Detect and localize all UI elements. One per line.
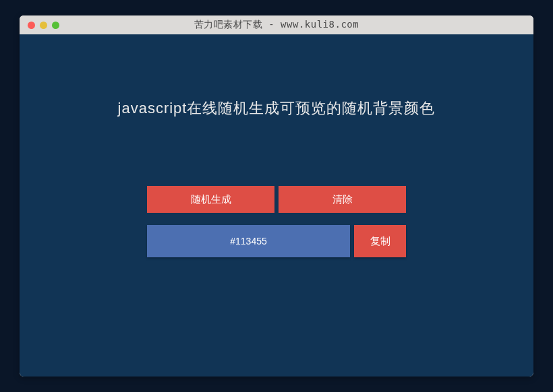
clear-button[interactable]: 清除 — [279, 186, 406, 213]
color-value-input[interactable] — [147, 225, 350, 257]
window-title: 苦力吧素材下载 - www.kuli8.com — [26, 19, 527, 31]
minimize-window-button[interactable] — [40, 22, 47, 29]
generate-button[interactable]: 随机生成 — [147, 186, 274, 213]
traffic-lights — [28, 22, 59, 29]
color-output-row: 复制 — [20, 225, 533, 257]
copy-button[interactable]: 复制 — [354, 225, 406, 257]
action-buttons-row: 随机生成 清除 — [20, 186, 533, 213]
page-heading: javascript在线随机生成可预览的随机背景颜色 — [20, 98, 533, 119]
content-area: javascript在线随机生成可预览的随机背景颜色 随机生成 清除 复制 — [20, 34, 533, 377]
maximize-window-button[interactable] — [52, 22, 59, 29]
title-bar: 苦力吧素材下载 - www.kuli8.com — [20, 15, 533, 34]
close-window-button[interactable] — [28, 22, 35, 29]
browser-window: 苦力吧素材下载 - www.kuli8.com javascript在线随机生成… — [20, 15, 533, 377]
